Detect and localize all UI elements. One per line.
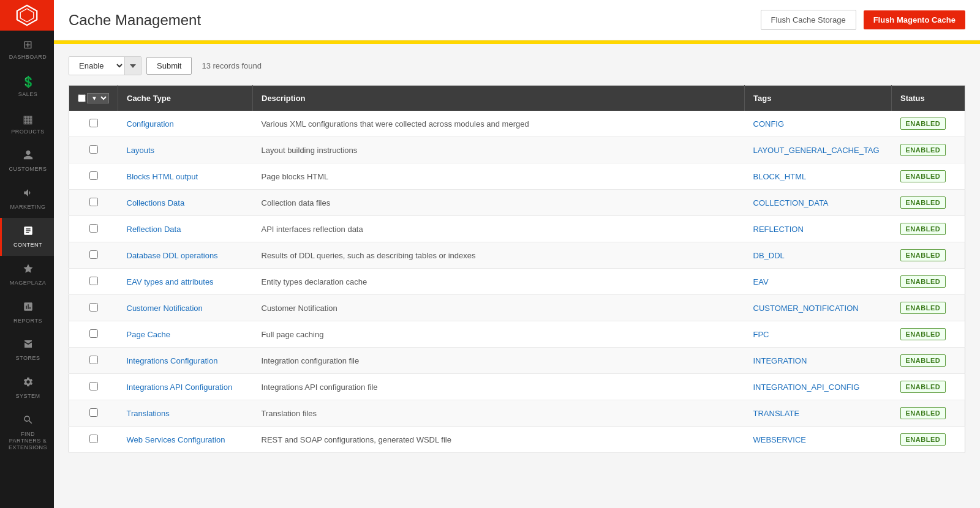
cache-type-link-6[interactable]: Database DDL operations [127, 251, 218, 260]
cache-type-link-9[interactable]: Page Cache [127, 330, 171, 339]
flush-cache-storage-button[interactable]: Flush Cache Storage [761, 10, 856, 30]
row-checkbox-cell [69, 400, 118, 427]
status-badge: ENABLED [900, 249, 946, 261]
sidebar-item-dashboard-label: DASHBOARD [9, 54, 47, 61]
cache-type-link-12[interactable]: Translations [127, 409, 170, 418]
description-cell: Translation files [253, 400, 745, 427]
sidebar-item-sales[interactable]: 💲 SALES [0, 68, 54, 105]
page-title: Cache Management [69, 12, 201, 29]
cache-table: ▼ Cache Type Description Tags Status Con… [69, 85, 965, 453]
description-cell: API interfaces reflection data [253, 216, 745, 242]
status-badge: ENABLED [900, 407, 946, 419]
sidebar-item-mageplaza[interactable]: MAGEPLAZA [0, 256, 54, 294]
action-dropdown-button[interactable] [124, 57, 141, 75]
th-cache-type: Cache Type [118, 86, 253, 111]
status-cell: ENABLED [892, 242, 965, 269]
table-row: Page Cache Full page caching FPC ENABLED [69, 321, 965, 348]
sidebar-item-reports[interactable]: REPORTS [0, 294, 54, 332]
content-area: Enable Disable Refresh Submit 13 records… [54, 44, 980, 508]
status-badge: ENABLED [900, 144, 946, 156]
toolbar: Enable Disable Refresh Submit 13 records… [69, 56, 965, 75]
th-tags: Tags [745, 86, 892, 111]
products-icon: ▦ [23, 113, 33, 126]
row-checkbox-8[interactable] [89, 303, 98, 312]
status-badge: ENABLED [900, 118, 946, 130]
tags-cell: TRANSLATE [745, 400, 892, 427]
cache-type-link-5[interactable]: Reflection Data [127, 225, 181, 234]
row-checkbox-1[interactable] [89, 119, 98, 127]
sidebar-item-products[interactable]: ▦ PRODUCTS [0, 105, 54, 143]
svg-marker-2 [130, 64, 136, 68]
row-checkbox-cell [69, 269, 118, 295]
row-checkbox-2[interactable] [89, 145, 98, 154]
sidebar-item-marketing[interactable]: MARKETING [0, 180, 54, 218]
description-cell: Customer Notification [253, 295, 745, 321]
row-checkbox-4[interactable] [89, 198, 98, 206]
content-icon [23, 225, 34, 239]
cache-type-link-3[interactable]: Blocks HTML output [127, 172, 198, 181]
row-checkbox-3[interactable] [89, 171, 98, 180]
mageplaza-icon [23, 263, 34, 277]
row-checkbox-9[interactable] [89, 329, 98, 338]
tags-cell: INTEGRATION_API_CONFIG [745, 374, 892, 400]
row-checkbox-cell [69, 137, 118, 163]
submit-button[interactable]: Submit [146, 57, 192, 75]
description-cell: Collection data files [253, 190, 745, 216]
svg-marker-1 [20, 9, 34, 22]
header-actions: Flush Cache Storage Flush Magento Cache [761, 10, 965, 30]
status-cell: ENABLED [892, 190, 965, 216]
sidebar-item-system[interactable]: SYSTEM [0, 369, 54, 407]
cache-type-cell: Reflection Data [118, 216, 253, 242]
cache-type-link-13[interactable]: Web Services Configuration [127, 435, 225, 444]
action-select-wrapper: Enable Disable Refresh [69, 56, 141, 75]
sidebar-item-find-partners[interactable]: FIND PARTNERS & EXTENSIONS [0, 407, 54, 458]
action-select[interactable]: Enable Disable Refresh [69, 57, 124, 75]
tags-cell: WEBSERVICE [745, 427, 892, 453]
cache-type-link-11[interactable]: Integrations API Configuration [127, 383, 233, 392]
cache-type-link-4[interactable]: Collections Data [127, 198, 185, 207]
sidebar-item-products-label: PRODUCTS [11, 129, 45, 135]
table-row: Web Services Configuration REST and SOAP… [69, 427, 965, 453]
status-badge: ENABLED [900, 302, 946, 314]
row-checkbox-13[interactable] [89, 435, 98, 443]
row-checkbox-12[interactable] [89, 408, 98, 417]
row-checkbox-cell [69, 163, 118, 190]
tags-cell: REFLECTION [745, 216, 892, 242]
cache-type-link-8[interactable]: Customer Notification [127, 304, 203, 313]
cache-type-link-2[interactable]: Layouts [127, 146, 155, 155]
sidebar-item-content[interactable]: CONTENT [0, 218, 54, 256]
status-badge: ENABLED [900, 381, 946, 393]
marketing-icon [23, 187, 34, 201]
sidebar-item-stores[interactable]: STORES [0, 331, 54, 369]
status-badge: ENABLED [900, 196, 946, 209]
select-all-checkbox[interactable] [78, 94, 86, 102]
reports-icon [23, 301, 34, 315]
description-cell: Page blocks HTML [253, 163, 745, 190]
sidebar-item-customers[interactable]: CUSTOMERS [0, 142, 54, 180]
status-cell: ENABLED [892, 374, 965, 400]
row-checkbox-6[interactable] [89, 250, 98, 259]
cache-type-cell: Integrations API Configuration [118, 374, 253, 400]
sidebar-item-marketing-label: MARKETING [10, 204, 45, 211]
cache-type-cell: EAV types and attributes [118, 269, 253, 295]
flush-magento-cache-button[interactable]: Flush Magento Cache [864, 10, 965, 29]
cache-type-link-7[interactable]: EAV types and attributes [127, 277, 214, 286]
row-checkbox-7[interactable] [89, 277, 98, 285]
sidebar-item-dashboard[interactable]: ⊞ DASHBOARD [0, 31, 54, 68]
status-cell: ENABLED [892, 111, 965, 137]
select-mode-dropdown[interactable]: ▼ [87, 93, 109, 103]
row-checkbox-5[interactable] [89, 224, 98, 233]
records-count: 13 records found [202, 61, 262, 70]
table-row: Layouts Layout building instructions LAY… [69, 137, 965, 163]
cache-type-cell: Integrations Configuration [118, 348, 253, 374]
cache-type-link-1[interactable]: Configuration [127, 119, 174, 129]
system-icon [23, 376, 34, 390]
row-checkbox-cell [69, 190, 118, 216]
row-checkbox-11[interactable] [89, 382, 98, 390]
table-row: Integrations Configuration Integration c… [69, 348, 965, 374]
sidebar-item-find-partners-label: FIND PARTNERS & EXTENSIONS [4, 431, 51, 450]
sidebar: ⊞ DASHBOARD 💲 SALES ▦ PRODUCTS CUSTOMERS… [0, 0, 54, 508]
cache-type-link-10[interactable]: Integrations Configuration [127, 356, 218, 365]
table-row: Collections Data Collection data files C… [69, 190, 965, 216]
row-checkbox-10[interactable] [89, 356, 98, 364]
